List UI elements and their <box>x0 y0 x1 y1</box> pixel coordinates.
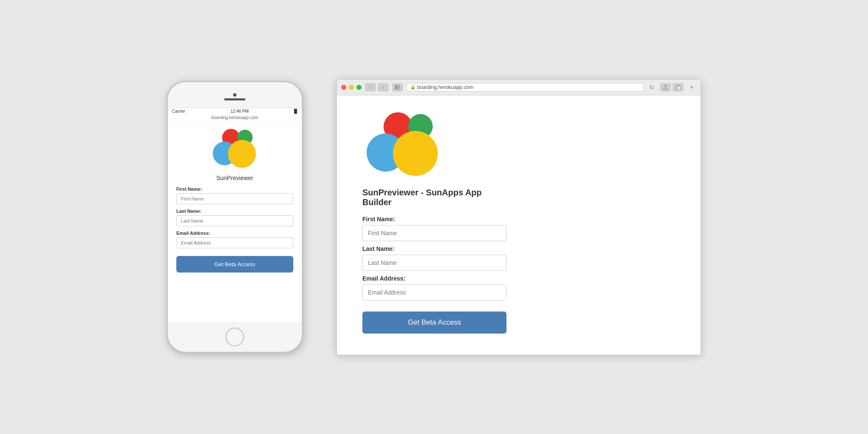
back-button[interactable]: ‹ <box>365 83 376 92</box>
browser-content: SunPreviewer - SunApps App Builder First… <box>337 95 701 355</box>
carrier-label: Carrier <box>172 109 185 114</box>
lock-icon: 🔒 <box>410 85 415 89</box>
browser-mockup: ‹ › 🔒 boarding.herokuapp.com ↻ <box>337 79 701 355</box>
phone-screen: SunPreviewer First Name: Last Name: Emai… <box>168 122 302 322</box>
last-name-label-browser: Last Name: <box>362 245 506 252</box>
app-logo-browser <box>362 112 447 184</box>
last-name-input-mobile[interactable] <box>176 215 293 226</box>
phone-bottom-bar <box>168 322 302 352</box>
forward-button[interactable]: › <box>378 83 389 92</box>
speaker-icon <box>224 98 245 100</box>
email-label-mobile: Email Address: <box>176 231 293 236</box>
get-beta-button-browser[interactable]: Get Beta Access <box>362 312 506 334</box>
last-name-input-browser[interactable] <box>362 255 506 271</box>
email-label-browser: Email Address: <box>362 275 506 282</box>
email-input-mobile[interactable] <box>176 237 293 248</box>
minimize-button[interactable] <box>349 85 354 90</box>
url-bar[interactable]: 🔒 boarding.herokuapp.com <box>406 83 644 92</box>
battery-icon: ▉ <box>294 109 298 114</box>
email-group-mobile: Email Address: <box>176 231 293 248</box>
svg-rect-3 <box>397 89 400 89</box>
phone-top-bar <box>168 82 302 108</box>
url-text: boarding.herokuapp.com <box>417 84 473 90</box>
email-input-browser[interactable] <box>362 284 506 300</box>
browser-window: ‹ › 🔒 boarding.herokuapp.com ↻ <box>337 79 701 355</box>
reload-button[interactable]: ↻ <box>647 83 657 92</box>
app-logo-mobile <box>209 129 260 171</box>
app-title-mobile: SunPreviewer <box>216 175 253 181</box>
first-name-input-browser[interactable] <box>362 225 506 241</box>
home-button[interactable] <box>225 328 244 346</box>
svg-rect-2 <box>397 87 400 88</box>
browser-form: SunPreviewer - SunApps App Builder First… <box>362 188 506 334</box>
camera-icon <box>233 93 236 97</box>
phone-device: Carrier 12:46 PM ▉ boarding.herokuapp.co… <box>167 81 303 353</box>
phone-url-bar: boarding.herokuapp.com <box>168 114 302 122</box>
last-name-label-mobile: Last Name: <box>176 209 293 214</box>
add-tab-button[interactable]: + <box>687 83 696 92</box>
first-name-label-mobile: First Name: <box>176 186 293 192</box>
browser-chrome: ‹ › 🔒 boarding.herokuapp.com ↻ <box>337 80 701 95</box>
share-button[interactable] <box>660 83 671 92</box>
last-name-group-browser: Last Name: <box>362 245 506 271</box>
app-title-browser: SunPreviewer - SunApps App Builder <box>362 188 506 207</box>
last-name-group-mobile: Last Name: <box>176 209 293 226</box>
phone-time: 12:46 PM <box>231 109 249 114</box>
phone-status-bar: Carrier 12:46 PM ▉ <box>168 108 302 114</box>
circle-yellow-browser <box>393 131 438 176</box>
get-beta-button-mobile[interactable]: Get Beta Access <box>176 256 293 273</box>
duplicate-button[interactable] <box>673 83 684 92</box>
phone-url: boarding.herokuapp.com <box>211 115 259 120</box>
circle-yellow <box>228 140 256 168</box>
maximize-button[interactable] <box>356 85 362 90</box>
email-group-browser: Email Address: <box>362 275 506 300</box>
first-name-label-browser: First Name: <box>362 216 506 223</box>
close-button[interactable] <box>341 85 346 90</box>
sidebar-button[interactable] <box>392 83 403 92</box>
phone-mockup: Carrier 12:46 PM ▉ boarding.herokuapp.co… <box>167 81 303 353</box>
nav-buttons: ‹ › <box>365 83 389 92</box>
first-name-group-browser: First Name: <box>362 216 506 241</box>
svg-rect-5 <box>677 86 681 90</box>
svg-rect-0 <box>395 85 397 89</box>
browser-actions <box>660 83 684 92</box>
first-name-input-mobile[interactable] <box>176 193 293 204</box>
first-name-group-mobile: First Name: <box>176 186 293 204</box>
traffic-lights <box>341 85 362 90</box>
svg-rect-1 <box>397 85 400 86</box>
